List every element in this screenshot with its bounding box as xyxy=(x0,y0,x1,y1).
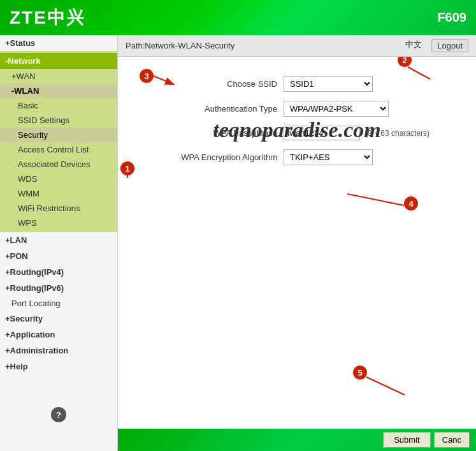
auth-type-row: Authentication Type WPA/WPA2-PSK WPA-PSK… xyxy=(143,101,451,117)
sidebar-group-network: -Network +WAN -WLAN Basic SSID Settings … xyxy=(0,51,117,232)
auth-type-select[interactable]: WPA/WPA2-PSK WPA-PSK WPA2-PSK None xyxy=(284,101,389,117)
sidebar-item-routing-ipv6[interactable]: +Routing(IPv6) xyxy=(0,280,117,296)
wpa-encryption-select[interactable]: TKIP+AES TKIP AES xyxy=(284,149,373,165)
svg-text:1: 1 xyxy=(125,164,129,174)
svg-line-14 xyxy=(366,377,405,395)
sidebar-item-security-section[interactable]: +Security xyxy=(0,311,117,327)
wpa-passphrase-hint: (8 ~ 63 characters) xyxy=(365,129,429,138)
sidebar-item-network[interactable]: -Network xyxy=(0,53,117,69)
choose-ssid-label: Choose SSID xyxy=(143,79,284,89)
wpa-encryption-row: WPA Encryption Algorithm TKIP+AES TKIP A… xyxy=(143,149,451,165)
sidebar-item-basic[interactable]: Basic xyxy=(0,98,117,113)
form-area: Choose SSID SSID1 SSID2 SSID3 SSID4 Auth… xyxy=(118,57,476,193)
logo: ZTE中兴 xyxy=(10,6,85,30)
choose-ssid-select[interactable]: SSID1 SSID2 SSID3 SSID4 xyxy=(284,76,373,92)
header: ZTE中兴 F609 xyxy=(0,0,476,35)
sidebar-item-wps[interactable]: WPS xyxy=(0,216,117,230)
sidebar-item-access-control-list[interactable]: Access Control List xyxy=(0,142,117,157)
wpa-encryption-label: WPA Encryption Algorithm xyxy=(143,152,284,162)
svg-line-11 xyxy=(347,194,404,205)
submit-button[interactable]: Submit xyxy=(383,432,430,448)
sidebar-item-ssid-settings[interactable]: SSID Settings xyxy=(0,113,117,128)
sidebar-item-associated-devices[interactable]: Associated Devices xyxy=(0,157,117,172)
sidebar-item-wan[interactable]: +WAN xyxy=(0,69,117,84)
auth-type-control: WPA/WPA2-PSK WPA-PSK WPA2-PSK None xyxy=(284,101,389,117)
lang-switch[interactable]: 中文 xyxy=(405,39,422,52)
sidebar-item-wlan[interactable]: -WLAN xyxy=(0,84,117,98)
sidebar-item-routing-ipv4[interactable]: +Routing(IPv4) xyxy=(0,264,117,280)
auth-type-label: Authentication Type xyxy=(143,104,284,114)
svg-text:5: 5 xyxy=(357,368,362,378)
svg-point-6 xyxy=(398,57,412,67)
sidebar-item-application[interactable]: +Application xyxy=(0,327,117,343)
sidebar-item-wds[interactable]: WDS xyxy=(0,172,117,186)
bottom-bar: Submit Canc xyxy=(118,429,476,451)
sidebar-item-lan[interactable]: +LAN xyxy=(0,232,117,248)
model-number: F609 xyxy=(437,10,466,25)
breadcrumb: Path:Network-WLAN-Security xyxy=(126,41,234,50)
sidebar-item-status[interactable]: +Status xyxy=(0,35,117,51)
wpa-encryption-control: TKIP+AES TKIP AES xyxy=(284,149,373,165)
wpa-passphrase-control xyxy=(284,126,360,140)
svg-point-0 xyxy=(120,161,134,175)
svg-text:2: 2 xyxy=(402,57,407,65)
content-area: Path:Network-WLAN-Security 中文 Logout Cho… xyxy=(118,35,476,451)
wpa-passphrase-input[interactable] xyxy=(284,126,360,140)
wpa-passphrase-row: WPA Passphrase (8 ~ 63 characters) xyxy=(143,126,451,140)
choose-ssid-control: SSID1 SSID2 SSID3 SSID4 xyxy=(284,76,373,92)
wpa-passphrase-label: WPA Passphrase xyxy=(143,128,284,138)
sidebar-item-port-locating[interactable]: Port Locating xyxy=(0,296,117,311)
help-button[interactable]: ? xyxy=(51,407,66,422)
sidebar-item-pon[interactable]: +PON xyxy=(0,248,117,264)
svg-point-12 xyxy=(353,366,367,380)
sidebar-item-wifi-restrictions[interactable]: WiFi Restrictions xyxy=(0,201,117,216)
main-layout: +Status -Network +WAN -WLAN Basic SSID S… xyxy=(0,35,476,451)
svg-point-9 xyxy=(404,196,418,211)
cancel-button[interactable]: Canc xyxy=(434,432,470,448)
sidebar-item-help[interactable]: +Help xyxy=(0,359,117,374)
svg-text:4: 4 xyxy=(408,199,414,209)
sidebar-item-security[interactable]: Security xyxy=(0,128,117,142)
choose-ssid-row: Choose SSID SSID1 SSID2 SSID3 SSID4 xyxy=(143,76,451,92)
sidebar-item-administration[interactable]: +Administration xyxy=(0,343,117,359)
logout-button[interactable]: Logout xyxy=(431,39,468,52)
sidebar: +Status -Network +WAN -WLAN Basic SSID S… xyxy=(0,35,118,451)
sidebar-item-wmm[interactable]: WMM xyxy=(0,186,117,201)
path-bar: Path:Network-WLAN-Security 中文 Logout xyxy=(118,35,476,57)
